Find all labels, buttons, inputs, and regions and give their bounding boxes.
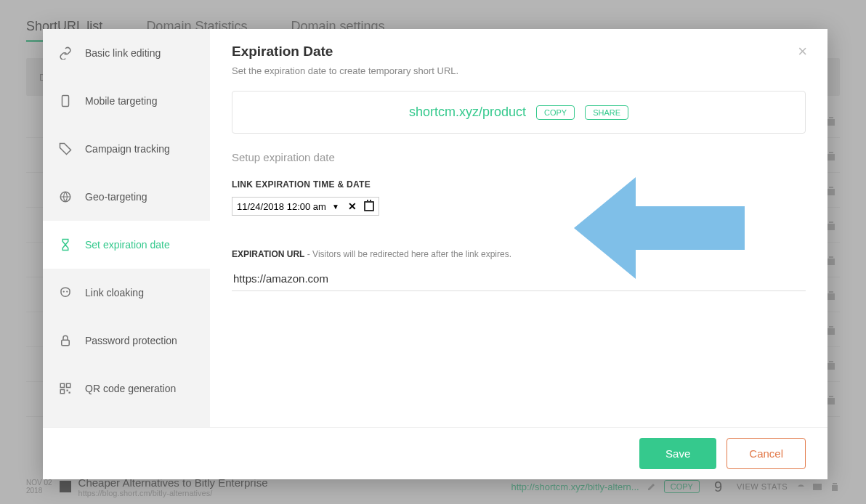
sidebar-item-label: Password protection	[85, 335, 177, 346]
svg-point-3	[63, 290, 65, 292]
mask-icon	[59, 286, 72, 299]
sidebar-item-label: QR code generation	[85, 383, 176, 394]
sidebar-item-label: Basic link editing	[85, 47, 161, 59]
copy-button[interactable]: COPY	[536, 105, 575, 120]
svg-rect-6	[60, 383, 64, 387]
sidebar-item-label: Mobile targeting	[85, 95, 158, 107]
section-title: Setup expiration date	[232, 151, 806, 163]
link-icon	[59, 46, 72, 60]
short-url-text: shortcm.xyz/product	[409, 105, 526, 120]
svg-rect-9	[67, 390, 68, 391]
content-title: Expiration Date	[232, 44, 806, 60]
qr-icon	[59, 382, 72, 395]
save-button[interactable]: Save	[639, 438, 716, 469]
sidebar-item-label: Campaign tracking	[85, 143, 170, 155]
mobile-icon	[59, 94, 72, 107]
short-url-box: shortcm.xyz/product COPY SHARE	[232, 91, 806, 134]
share-button[interactable]: SHARE	[585, 105, 628, 120]
svg-point-4	[66, 290, 68, 292]
content-subtitle: Set the expiration date to create tempor…	[232, 65, 806, 76]
calendar-icon[interactable]	[364, 201, 374, 211]
sidebar-item-label: Set expiration date	[85, 239, 170, 251]
svg-rect-10	[69, 392, 70, 394]
chevron-down-icon[interactable]: ▼	[332, 203, 339, 211]
globe-icon	[59, 190, 72, 203]
tag-icon	[59, 142, 72, 155]
sidebar-item-mobile-targeting[interactable]: Mobile targeting	[43, 77, 210, 125]
modal-footer: Save Cancel	[43, 427, 827, 479]
svg-rect-5	[62, 340, 70, 346]
clear-date-icon[interactable]: ✕	[348, 200, 357, 212]
svg-rect-7	[67, 383, 70, 387]
svg-rect-1	[62, 96, 69, 107]
expiration-date-modal: Basic link editing Mobile targeting Camp…	[43, 29, 827, 479]
expiration-url-label: EXPIRATION URL - Visitors will be redire…	[232, 249, 806, 259]
expiration-url-label-bold: EXPIRATION URL	[232, 249, 304, 259]
sidebar-item-set-expiration-date[interactable]: Set expiration date	[43, 221, 210, 269]
date-picker[interactable]: 11/24/2018 12:00 am ▼ ✕	[232, 197, 379, 216]
close-icon[interactable]: ×	[798, 42, 807, 61]
svg-rect-8	[60, 390, 64, 394]
date-label: LINK EXPIRATION TIME & DATE	[232, 179, 806, 190]
sidebar-item-qr-code[interactable]: QR code generation	[43, 365, 210, 412]
expiration-url-input[interactable]	[232, 267, 806, 291]
cancel-button[interactable]: Cancel	[727, 438, 806, 469]
sidebar-item-geo-targeting[interactable]: Geo-targeting	[43, 173, 210, 221]
hourglass-icon	[59, 238, 72, 251]
sidebar-item-label: Geo-targeting	[85, 191, 147, 203]
sidebar-item-link-cloaking[interactable]: Link cloaking	[43, 269, 210, 317]
modal-content: × Expiration Date Set the expiration dat…	[210, 29, 827, 427]
modal-sidebar: Basic link editing Mobile targeting Camp…	[43, 29, 210, 427]
sidebar-item-campaign-tracking[interactable]: Campaign tracking	[43, 125, 210, 173]
lock-icon	[59, 334, 72, 347]
sidebar-item-label: Link cloaking	[85, 287, 144, 298]
sidebar-item-basic-link-editing[interactable]: Basic link editing	[43, 29, 210, 77]
sidebar-item-password-protection[interactable]: Password protection	[43, 317, 210, 365]
expiration-url-sublabel: - Visitors will be redirected here after…	[304, 249, 511, 259]
date-value: 11/24/2018 12:00 am	[237, 201, 326, 212]
